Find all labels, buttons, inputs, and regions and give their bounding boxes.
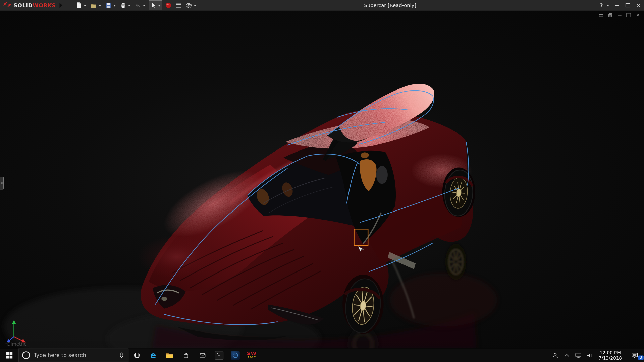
doc-close-button[interactable]: × <box>636 13 640 17</box>
menu-flyout-arrow-icon[interactable] <box>60 3 63 8</box>
print-button[interactable] <box>119 1 132 10</box>
display-pane-icon <box>175 1 183 9</box>
taskbar: Type here to search e <box>0 349 644 362</box>
save-button[interactable] <box>104 1 117 10</box>
mail-button[interactable] <box>194 349 211 362</box>
new-document-button[interactable] <box>75 1 88 10</box>
view-orientation-label: *Dimetric <box>5 342 26 347</box>
window-icon[interactable] <box>608 13 612 17</box>
action-center-icon <box>631 352 638 359</box>
display-pane-button[interactable] <box>175 1 183 10</box>
people-icon <box>552 352 558 359</box>
solidworks-logo: SOLIDWORKS <box>0 1 56 9</box>
start-button[interactable] <box>0 349 18 362</box>
search-placeholder: Type here to search <box>34 352 114 358</box>
store-button[interactable] <box>178 349 194 362</box>
doc-minimize-button[interactable] <box>618 15 622 15</box>
cortana-icon <box>22 351 30 359</box>
system-tray: 12:00 PM 7/13/2018 3 <box>549 349 644 362</box>
doc-restore-button[interactable] <box>626 13 631 17</box>
clock-date: 7/13/2018 <box>599 355 622 361</box>
notification-badge: 3 <box>638 355 644 360</box>
microphone-icon[interactable] <box>118 352 125 359</box>
titlebar-controls: ? × <box>599 0 642 11</box>
feature-manager-tab[interactable] <box>0 177 4 190</box>
3d-model-supercar[interactable] <box>0 11 644 349</box>
windows-logo-icon <box>6 352 13 359</box>
store-bag-icon <box>183 352 190 359</box>
chevron-down-icon[interactable] <box>113 5 116 6</box>
undo-icon <box>134 1 142 9</box>
window-icon[interactable] <box>599 13 603 17</box>
orientation-triad[interactable] <box>2 318 29 344</box>
save-icon <box>104 1 112 9</box>
blue-3d-app-button[interactable] <box>227 349 244 362</box>
select-tool-button[interactable] <box>149 0 162 10</box>
edit-appearance-button[interactable] <box>164 1 172 10</box>
show-hidden-icons-button[interactable] <box>561 349 572 362</box>
document-window-controls: × <box>599 13 640 17</box>
solidworks-2017-button[interactable]: SW 2017 <box>244 349 260 362</box>
minimize-button[interactable] <box>613 0 621 11</box>
undo-button[interactable] <box>134 1 147 10</box>
file-explorer-button[interactable] <box>161 349 178 362</box>
open-folder-icon <box>90 1 98 9</box>
restore-icon <box>625 3 630 7</box>
open-button[interactable] <box>90 1 102 10</box>
command-prompt-button[interactable]: >_ <box>211 349 227 362</box>
chevron-down-icon[interactable] <box>194 5 196 6</box>
close-button[interactable]: × <box>634 0 642 11</box>
mail-icon <box>199 352 206 359</box>
people-button[interactable] <box>549 349 561 362</box>
titlebar: SOLIDWORKS <box>0 0 644 11</box>
network-button[interactable] <box>572 349 584 362</box>
volume-icon <box>586 352 593 359</box>
appearance-sphere-icon <box>164 1 172 9</box>
taskbar-search-box[interactable]: Type here to search <box>18 349 128 362</box>
clock-time: 12:00 PM <box>599 350 622 355</box>
blue-3d-app-icon <box>231 351 240 360</box>
chevron-down-icon[interactable] <box>84 5 86 6</box>
chevron-down-icon[interactable] <box>607 5 609 6</box>
document-title: Supercar [Read-only] <box>364 0 416 11</box>
graphics-area[interactable]: × *Dimetric <box>0 11 644 349</box>
file-explorer-icon <box>165 352 173 359</box>
quick-toolbar <box>75 0 199 10</box>
network-icon <box>575 352 582 359</box>
task-view-button[interactable] <box>128 349 145 362</box>
help-button[interactable]: ? <box>599 2 603 8</box>
screen: SOLIDWORKS <box>0 0 644 362</box>
command-prompt-icon: >_ <box>215 351 223 360</box>
chevron-left-icon <box>1 182 2 184</box>
gear-icon <box>185 1 193 9</box>
edge-icon: e <box>150 351 156 360</box>
volume-button[interactable] <box>584 349 595 362</box>
rear-wheel-reflection <box>445 244 467 280</box>
maximize-button[interactable] <box>624 0 632 11</box>
chevron-down-icon[interactable] <box>99 5 101 6</box>
edge-button[interactable]: e <box>145 349 161 362</box>
print-icon <box>119 1 127 9</box>
brand-wordmark: SOLIDWORKS <box>13 2 56 8</box>
minimize-icon <box>615 5 619 6</box>
chevron-down-icon[interactable] <box>143 5 145 6</box>
chevron-down-icon[interactable] <box>158 5 161 6</box>
solidworks-2017-icon: SW 2017 <box>247 351 257 359</box>
chevron-up-icon <box>564 352 570 358</box>
action-center-button[interactable]: 3 <box>625 349 644 362</box>
new-document-icon <box>75 1 83 9</box>
clock[interactable]: 12:00 PM 7/13/2018 <box>595 349 625 362</box>
options-button[interactable] <box>185 1 198 10</box>
select-cursor-icon <box>149 1 157 9</box>
task-view-icon <box>133 352 140 359</box>
solidworks-logo-icon <box>3 1 12 9</box>
chevron-down-icon[interactable] <box>128 5 130 6</box>
